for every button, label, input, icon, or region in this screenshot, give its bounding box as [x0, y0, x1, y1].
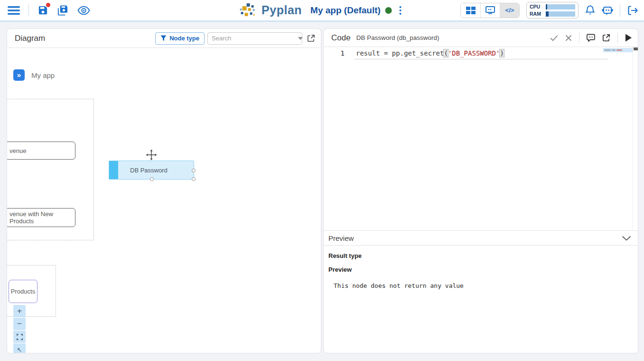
app-name: Pyplan	[261, 3, 302, 17]
zoom-controls: + − ↖	[13, 305, 26, 353]
run-icon[interactable]	[625, 34, 632, 42]
preview-label: Preview	[328, 266, 638, 273]
fullscreen-icon	[17, 334, 23, 340]
preview-section: Preview Result type Preview This node do…	[324, 231, 638, 289]
divider	[28, 4, 29, 17]
unsaved-badge	[46, 3, 50, 7]
divider	[579, 33, 579, 43]
code-panel: Code DB Password (db_password) 1	[323, 28, 638, 353]
assistant-icon[interactable]	[602, 5, 613, 16]
preview-header[interactable]: Preview	[324, 231, 638, 246]
resource-meter: CPU RAM	[526, 2, 579, 19]
menu-icon[interactable]	[8, 6, 20, 15]
comment-icon[interactable]	[587, 34, 595, 42]
pyplan-logo-icon	[240, 2, 257, 19]
code-subtitle: DB Password (db_password)	[356, 34, 439, 41]
reset-origin-button[interactable]: ↖	[13, 343, 26, 353]
diagram-title: Diagram	[15, 34, 45, 43]
diagram-node[interactable]: Products	[9, 280, 37, 303]
accept-icon[interactable]	[550, 35, 558, 41]
status-dot	[385, 7, 392, 14]
collapse-icon[interactable]	[622, 236, 631, 241]
diagram-canvas[interactable]: » My app venue DB Password venue with Ne…	[7, 48, 321, 353]
open-external-icon[interactable]	[602, 34, 610, 42]
code-line[interactable]: result = pp.get_secret('DB_PASSWORD')	[356, 49, 504, 57]
node-type-label: Node type	[169, 35, 199, 42]
kebab-menu-icon[interactable]	[397, 5, 404, 16]
diagram-node[interactable]: venue with New Products	[7, 208, 75, 227]
breadcrumb: » My app	[13, 69, 55, 81]
ram-bar	[546, 11, 575, 17]
logout-icon[interactable]	[627, 5, 638, 16]
open-external-icon[interactable]	[307, 34, 315, 42]
node-handle[interactable]	[192, 177, 196, 181]
editor-scrollbar[interactable]	[634, 48, 638, 50]
line-number: 1	[335, 49, 345, 57]
topbar: Pyplan My app (Default) </> CPU RAM	[0, 0, 644, 22]
diagram-node-selected[interactable]: DB Password	[109, 161, 194, 180]
code-editor[interactable]: 1 result = pp.get_secret('DB_PASSWORD')	[324, 47, 638, 231]
fit-screen-button[interactable]	[13, 331, 26, 343]
result-type-label: Result type	[328, 252, 638, 259]
code-header: Code DB Password (db_password)	[324, 29, 638, 47]
code-title: Code	[331, 33, 351, 43]
filter-icon	[160, 35, 167, 41]
divider	[620, 4, 620, 17]
diagram-search	[207, 32, 302, 45]
preview-eye-icon[interactable]	[77, 6, 90, 15]
cpu-label: CPU	[530, 4, 543, 10]
diagram-header: Diagram Node type	[7, 29, 321, 48]
minimap[interactable]	[603, 48, 633, 52]
cpu-bar	[546, 4, 575, 10]
node-type-filter-button[interactable]: Node type	[155, 32, 205, 45]
expand-chevrons-icon[interactable]: »	[13, 69, 25, 81]
ram-label: RAM	[530, 11, 543, 17]
move-cursor-icon	[145, 149, 158, 161]
divider	[617, 33, 618, 43]
zoom-out-button[interactable]: −	[13, 318, 26, 330]
node-handle[interactable]	[150, 177, 154, 181]
dropdown-caret-icon[interactable]	[298, 37, 303, 40]
diagram-panel: Diagram Node type » My app venue DB Pass…	[7, 28, 321, 353]
search-input[interactable]	[212, 35, 295, 42]
view-switcher: </>	[460, 3, 520, 18]
bell-icon[interactable]	[585, 5, 595, 16]
save-all-icon[interactable]	[57, 5, 69, 16]
model-title[interactable]: My app (Default)	[310, 5, 381, 16]
table-view-icon[interactable]	[461, 3, 480, 18]
zoom-in-button[interactable]: +	[13, 305, 26, 317]
save-icon[interactable]	[37, 5, 48, 16]
preview-message: This node does not return any value	[334, 282, 638, 289]
screen-view-icon[interactable]	[480, 3, 500, 18]
code-view-icon[interactable]: </>	[500, 3, 519, 18]
breadcrumb-label: My app	[31, 71, 55, 79]
node-handle[interactable]	[192, 169, 196, 172]
minimap-separator	[633, 47, 633, 230]
discard-icon[interactable]	[565, 35, 572, 41]
node-selection-bar	[109, 161, 118, 179]
diagram-node[interactable]: venue	[7, 142, 75, 160]
